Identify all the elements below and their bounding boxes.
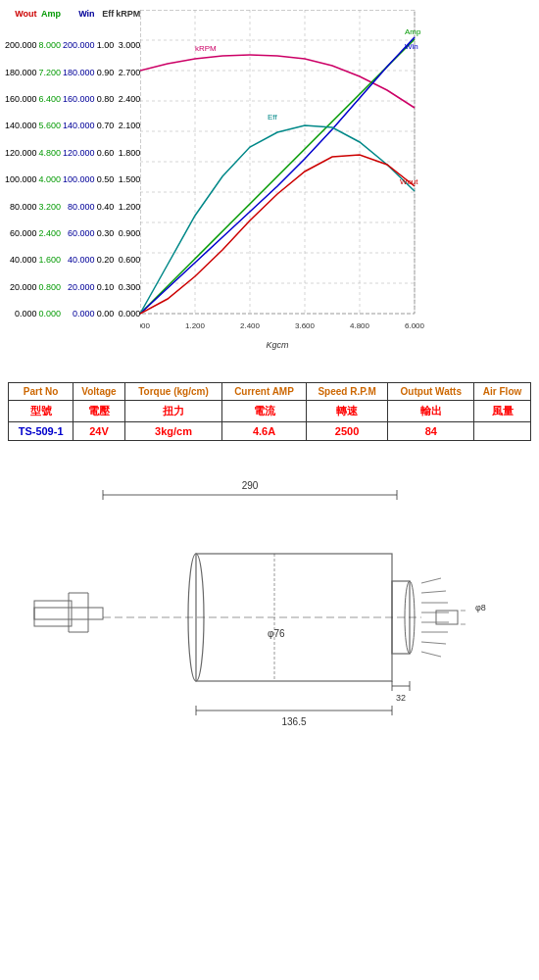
- cell-airflow: [474, 422, 531, 441]
- cell-voltage: 24V: [74, 422, 125, 441]
- y-col-win: Win 200.000 180.000 160.000 140.000 120.…: [63, 10, 95, 343]
- data-table: Part No Voltage Torque (kg/cm) Current A…: [8, 382, 531, 441]
- y-col-wout: Wout 200.000 180.000 160.000 140.000 120…: [5, 10, 37, 343]
- dim-32: 32: [396, 693, 406, 703]
- krpm-header: kRPM: [116, 10, 140, 24]
- col-voltage-en: Voltage: [74, 383, 125, 401]
- col-part-no-en: Part No: [9, 383, 74, 401]
- col-speed-en: Speed R.P.M: [306, 383, 388, 401]
- x-label-1: 1.200: [185, 321, 206, 330]
- svg-line-31: [421, 642, 446, 644]
- svg-line-32: [421, 652, 441, 657]
- eff-curve-label: Eff: [268, 113, 277, 122]
- chart-area: kRPM Amp Win Eff Wout 0.000 1.: [140, 10, 534, 368]
- eff-header: Eff: [102, 10, 114, 24]
- x-label-4: 4.800: [350, 321, 370, 330]
- win-curve-label: Win: [405, 42, 418, 51]
- table-row: TS-509-1 24V 3kg/cm 4.6A 2500 84: [9, 422, 531, 441]
- col-torque-en: Torque (kg/cm): [124, 383, 222, 401]
- col-airflow-en: Air Flow: [474, 383, 531, 401]
- diagram-svg: 290 φ8 φ76: [15, 466, 524, 789]
- krpm-curve-label: kRPM: [195, 44, 217, 53]
- col-output-zh: 輸出: [388, 401, 474, 422]
- svg-line-26: [421, 591, 446, 593]
- x-label-2: 2.400: [240, 321, 261, 330]
- col-speed-zh: 轉速: [306, 401, 388, 422]
- x-label-5: 6.000: [405, 321, 425, 330]
- dim-290: 290: [242, 480, 259, 491]
- wout-header: Wout: [15, 10, 36, 24]
- cell-torque: 3kg/cm: [124, 422, 222, 441]
- chart-svg: kRPM Amp Win Eff Wout 0.000 1.: [140, 10, 429, 368]
- y-col-amp: Amp 8.000 7.200 6.400 5.600 4.800 4.000 …: [39, 10, 62, 343]
- cell-part-no: TS-509-1: [9, 422, 74, 441]
- cell-output: 84: [388, 422, 474, 441]
- col-airflow-zh: 風量: [474, 401, 531, 422]
- table-header-en-row: Part No Voltage Torque (kg/cm) Current A…: [9, 383, 531, 401]
- col-current-zh: 電流: [222, 401, 307, 422]
- dim-phi8: φ8: [475, 603, 486, 612]
- col-part-no-zh: 型號: [9, 401, 74, 422]
- x-axis-title: Kgcm: [267, 340, 290, 350]
- table-section: Part No Voltage Torque (kg/cm) Current A…: [0, 377, 539, 446]
- wout-curve-label: Wout: [400, 177, 418, 186]
- chart-container: Wout 200.000 180.000 160.000 140.000 120…: [5, 10, 534, 368]
- svg-line-25: [421, 578, 441, 583]
- y-col-krpm: kRPM 3.000 2.700 2.400 2.100 1.800 1.500…: [116, 10, 140, 343]
- col-output-en: Output Watts: [388, 383, 474, 401]
- col-current-en: Current AMP: [222, 383, 307, 401]
- amp-header: Amp: [41, 10, 61, 24]
- cell-speed: 2500: [306, 422, 388, 441]
- win-header: Win: [78, 10, 94, 24]
- dim-136-5: 136.5: [281, 716, 306, 727]
- col-torque-zh: 扭力: [124, 401, 222, 422]
- dim-phi76: φ76: [268, 628, 285, 639]
- col-voltage-zh: 電壓: [74, 401, 125, 422]
- y-col-eff: Eff 1.00 0.90 0.80 0.70 0.60 0.50 0.40 0…: [97, 10, 115, 343]
- svg-rect-20: [34, 601, 72, 626]
- table-header-zh-row: 型號 電壓 扭力 電流 轉速 輸出 風量: [9, 401, 531, 422]
- x-label-0: 0.000: [140, 321, 151, 330]
- chart-section: Wout 200.000 180.000 160.000 140.000 120…: [0, 0, 539, 372]
- amp-curve-label: Amp: [405, 27, 421, 36]
- y-axis-group: Wout 200.000 180.000 160.000 140.000 120…: [5, 10, 140, 368]
- diagram-section: 290 φ8 φ76: [0, 446, 539, 818]
- cell-current: 4.6A: [222, 422, 307, 441]
- x-label-3: 3.600: [295, 321, 316, 330]
